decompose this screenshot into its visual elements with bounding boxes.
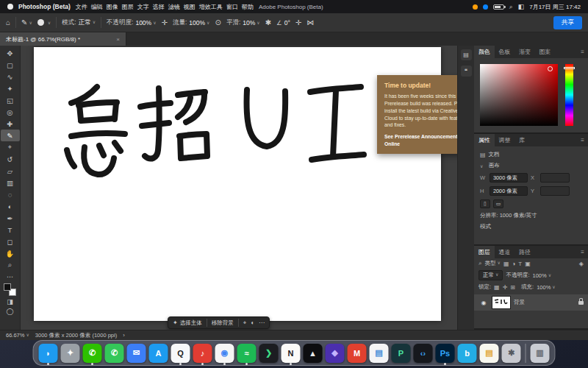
hue-cursor[interactable] (564, 67, 575, 69)
document-tab[interactable]: 未标题-1 @ 66.7%(RGB/8) * × (0, 32, 126, 46)
dock-appstore-icon[interactable]: A (149, 344, 168, 363)
saturation-box[interactable] (480, 64, 558, 126)
dock-notion-icon[interactable]: N (282, 344, 301, 363)
quick-selection-tool[interactable]: ✦ (1, 82, 20, 94)
panel-menu-icon[interactable] (577, 46, 588, 58)
apple-menu-icon[interactable] (7, 4, 13, 10)
menubar-app-name[interactable]: Photoshop (Beta) (18, 3, 71, 10)
zoom-tool[interactable]: ⌕ (1, 259, 20, 271)
menubar-extra-icon-blue[interactable] (483, 4, 488, 10)
dock-finder-icon[interactable]: ◗ (39, 344, 58, 363)
dock-trash-icon[interactable]: ▥ (531, 344, 550, 363)
notification-link[interactable]: See Prerelease Announcements Online (384, 133, 457, 147)
dock-netease-music-icon[interactable]: ♪ (193, 344, 212, 363)
menubar-extra-icon-orange[interactable] (473, 4, 478, 10)
screen-mode-icon[interactable]: ◯ (6, 308, 13, 315)
menubar-menu-11[interactable]: 帮助 (242, 3, 254, 11)
panel-menu-icon[interactable] (577, 246, 588, 258)
tab-libraries[interactable]: 库 (514, 134, 529, 146)
dock-chrome-icon[interactable]: ◉ (215, 344, 234, 363)
dock-cursor-icon[interactable]: ▲ (304, 344, 323, 363)
smoothing-options-icon[interactable]: ✱ (265, 18, 271, 26)
layer-blend-mode-select[interactable]: 正常 (478, 270, 503, 280)
canvas-width-input[interactable] (490, 173, 528, 183)
canvas-x-input[interactable] (540, 173, 570, 183)
blur-tool[interactable]: ◌ (1, 188, 20, 200)
dock-qq-icon[interactable]: Q (171, 344, 190, 363)
edit-toolbar-icon[interactable]: ⋯ (7, 273, 13, 280)
canvas-section-header[interactable]: ∨ 画布 (480, 162, 582, 169)
type-tool[interactable]: T (1, 224, 20, 236)
dock-messages-icon[interactable]: ✉ (127, 344, 146, 363)
lock-transparent-icon[interactable]: ▦ (494, 284, 500, 291)
menubar-menu-4[interactable]: 图层 (122, 3, 134, 11)
adjust-icon[interactable]: ◐ (251, 319, 254, 326)
history-brush-tool[interactable]: ↺ (1, 153, 20, 165)
tab-properties[interactable]: 属性 (474, 134, 495, 146)
dock-notes-icon[interactable]: ▤ (480, 344, 499, 363)
dock-photoshop-icon[interactable]: Ps (436, 344, 455, 363)
portrait-orientation-button[interactable]: ▯ (480, 199, 490, 208)
menubar-menu-6[interactable]: 选择 (153, 3, 165, 11)
mode-value[interactable]: 正常 (79, 18, 96, 27)
layer-opacity-value[interactable]: 100% (533, 272, 552, 279)
filter-adjustment-icon[interactable]: ◑ (512, 261, 515, 267)
dock-mail-icon[interactable]: M (348, 344, 367, 363)
gradient-tool[interactable]: ▥ (1, 177, 20, 188)
filter-pixel-icon[interactable]: ▦ (503, 261, 509, 267)
dock-spotify-icon[interactable]: ≈ (237, 344, 257, 363)
layer-thumbnail[interactable] (492, 297, 510, 308)
tab-adjustments[interactable]: 调整 (495, 134, 515, 146)
quick-mask-icon[interactable]: ◨ (7, 298, 13, 305)
symmetry-icon[interactable]: ⋈ (306, 18, 314, 26)
layer-row-background[interactable]: ◉ 背景 (474, 294, 588, 311)
menubar-clock[interactable]: 7月17日 周三 17:42 (529, 3, 581, 11)
menubar-menu-8[interactable]: 视图 (184, 3, 196, 11)
landscape-orientation-button[interactable]: ▭ (493, 199, 503, 208)
crop-tool[interactable]: ◱ (1, 94, 20, 106)
battery-icon[interactable] (493, 4, 504, 10)
control-center-icon[interactable]: ◧ (518, 3, 525, 10)
flow-control[interactable]: 流量: 100% (173, 18, 210, 27)
eyedropper-tool[interactable]: ◎ (1, 106, 20, 118)
dock-pycharm-icon[interactable]: P (392, 344, 411, 363)
select-subject-button[interactable]: ✦ 选择主体 (173, 319, 202, 327)
angle-value[interactable]: 0° (284, 19, 290, 26)
canvas-y-input[interactable] (540, 186, 570, 196)
lock-position-icon[interactable]: ✛ (503, 284, 508, 291)
dock-wechat-icon[interactable]: ✆ (83, 344, 102, 363)
pressure-opacity-icon[interactable]: ✛ (162, 18, 168, 26)
fill-value[interactable]: 100% (537, 284, 556, 291)
brush-preset-picker[interactable] (37, 19, 51, 26)
eraser-tool[interactable]: ▱ (1, 165, 20, 177)
clone-stamp-tool[interactable]: ⌖ (1, 141, 20, 153)
share-button[interactable]: 共享 (553, 16, 582, 29)
menubar-menu-3[interactable]: 图像 (107, 3, 118, 11)
smoothing-value[interactable]: 10% (243, 19, 259, 26)
opacity-control[interactable]: 不透明度: 100% (107, 18, 157, 27)
remove-background-button[interactable]: 移除背景 (212, 319, 234, 327)
home-icon[interactable]: ⌂ (6, 18, 10, 26)
foreground-color-swatch[interactable] (4, 283, 11, 291)
menubar-menu-7[interactable]: 滤镜 (168, 3, 180, 11)
filter-shape-icon[interactable]: ▣ (525, 261, 531, 267)
tab-channels[interactable]: 通道 (495, 246, 515, 258)
pressure-size-icon[interactable]: ✛ (295, 18, 301, 26)
tab-swatches[interactable]: 色板 (495, 46, 515, 58)
layer-lock-icon[interactable] (578, 301, 584, 305)
marquee-tool[interactable]: ▢ (1, 59, 20, 71)
dock-docs-icon[interactable]: ▤ (370, 344, 389, 363)
brush-angle-control[interactable]: ∠ 0° (276, 19, 290, 26)
flow-value[interactable]: 100% (189, 19, 209, 26)
tab-layers[interactable]: 图层 (474, 246, 495, 258)
hue-slider[interactable] (565, 64, 573, 126)
lock-all-icon[interactable]: ⊞ (510, 284, 515, 291)
layer-visibility-eye-icon[interactable]: ◉ (478, 300, 489, 306)
opacity-value[interactable]: 100% (135, 19, 156, 26)
status-chevron-icon[interactable]: › (123, 332, 125, 339)
canvas-height-input[interactable] (490, 186, 528, 196)
panel-menu-icon[interactable] (577, 134, 588, 146)
close-tab-icon[interactable]: × (116, 36, 120, 43)
tab-gradients[interactable]: 渐变 (514, 46, 535, 58)
filter-toggle-icon[interactable]: ◈ (579, 261, 584, 267)
